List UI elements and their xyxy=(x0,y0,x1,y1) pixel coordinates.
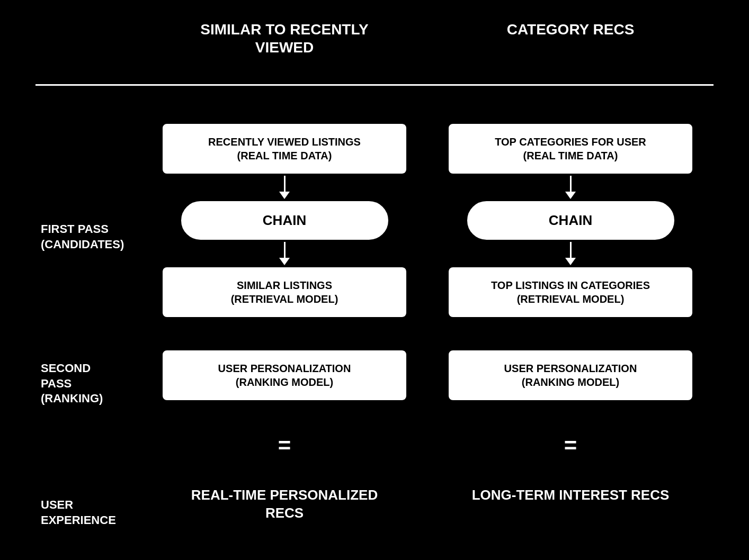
diagram: SIMILAR TO RECENTLY VIEWED CATEGORY RECS… xyxy=(35,21,714,539)
divider xyxy=(35,84,714,86)
first-pass-col1: RECENTLY VIEWED LISTINGS (REAL TIME DATA… xyxy=(141,124,427,350)
first-pass-label-text: FIRST PASS (CANDIDATES) xyxy=(41,222,124,252)
user-personalization-box-col2: USER PERSONALIZATION (RANKING MODEL) xyxy=(449,350,692,400)
header-col2: CATEGORY RECS xyxy=(427,21,714,84)
arrow-2-col2 xyxy=(565,242,576,265)
equals-label-spacer xyxy=(35,428,141,486)
header-spacer xyxy=(35,21,141,84)
arrow-line xyxy=(284,242,286,258)
ux-col1: REAL-TIME PERSONALIZED RECS xyxy=(141,486,427,539)
similar-listings-box: SIMILAR LISTINGS (RETRIEVAL MODEL) xyxy=(163,267,406,317)
arrow-line xyxy=(570,176,572,192)
second-pass-label: SECOND PASS (RANKING) xyxy=(35,350,141,428)
ux-col2-title: LONG-TERM INTEREST RECS xyxy=(449,486,692,504)
top-listings-box: TOP LISTINGS IN CATEGORIES (RETRIEVAL MO… xyxy=(449,267,692,317)
second-pass-label-text: SECOND PASS (RANKING) xyxy=(41,361,103,407)
recently-viewed-box: RECENTLY VIEWED LISTINGS (REAL TIME DATA… xyxy=(163,124,406,174)
ux-label-text: USEREXPERIENCE xyxy=(41,498,116,528)
arrow-head xyxy=(279,192,290,199)
arrow-2-col1 xyxy=(279,242,290,265)
ux-col1-title: REAL-TIME PERSONALIZED RECS xyxy=(163,486,406,522)
user-personalization-box-col1: USER PERSONALIZATION (RANKING MODEL) xyxy=(163,350,406,400)
arrow-head xyxy=(565,192,576,199)
arrow-head xyxy=(279,258,290,265)
second-pass-col2: USER PERSONALIZATION (RANKING MODEL) xyxy=(427,350,714,428)
first-pass-col2: TOP CATEGORIES FOR USER (REAL TIME DATA)… xyxy=(427,124,714,350)
chain-pill-col1: CHAIN xyxy=(181,201,388,240)
equals-col2: = xyxy=(427,428,714,486)
header-col2-title: CATEGORY RECS xyxy=(438,21,703,39)
arrow-line xyxy=(284,176,286,192)
chain-pill-col2: CHAIN xyxy=(467,201,674,240)
arrow-line xyxy=(570,242,572,258)
ux-col2: LONG-TERM INTEREST RECS xyxy=(427,486,714,539)
second-pass-col1: USER PERSONALIZATION (RANKING MODEL) xyxy=(141,350,427,428)
equals-col1: = xyxy=(141,428,427,486)
top-categories-box: TOP CATEGORIES FOR USER (REAL TIME DATA) xyxy=(449,124,692,174)
header-col1-title: SIMILAR TO RECENTLY VIEWED xyxy=(152,21,417,56)
arrow-1-col2 xyxy=(565,176,576,199)
arrow-head xyxy=(565,258,576,265)
header-col1: SIMILAR TO RECENTLY VIEWED xyxy=(141,21,427,84)
ux-label: USEREXPERIENCE xyxy=(35,486,141,539)
arrow-1-col1 xyxy=(279,176,290,199)
first-pass-label: FIRST PASS (CANDIDATES) xyxy=(35,124,141,350)
